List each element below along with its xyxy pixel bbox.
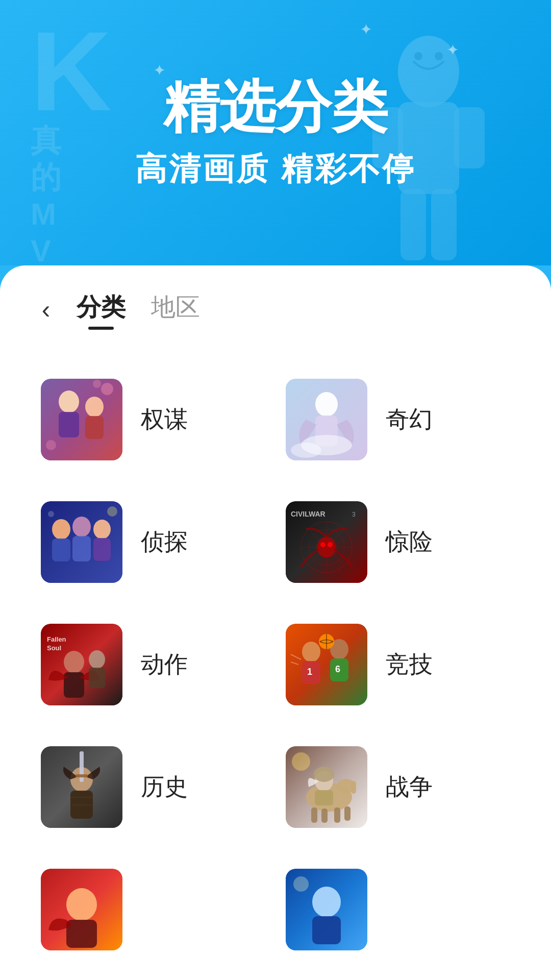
category-item-zhanzheng[interactable]: 战争 bbox=[276, 726, 520, 848]
category-label-quanmou: 权谋 bbox=[141, 404, 188, 435]
category-thumb-jingji: 1 6 bbox=[286, 624, 367, 705]
svg-rect-5 bbox=[431, 189, 457, 260]
hero-title: 精选分类 bbox=[163, 76, 388, 137]
category-item-bottom2[interactable] bbox=[276, 848, 520, 971]
svg-rect-72 bbox=[311, 807, 317, 823]
content-card: ‹ 分类 地区 bbox=[0, 265, 551, 980]
svg-point-6 bbox=[414, 52, 422, 60]
svg-point-20 bbox=[291, 443, 321, 458]
svg-point-51 bbox=[302, 642, 320, 662]
svg-point-13 bbox=[101, 383, 113, 395]
svg-point-41 bbox=[320, 542, 325, 547]
category-label-zhanzheng: 战争 bbox=[386, 771, 433, 803]
svg-rect-4 bbox=[400, 189, 426, 260]
category-label-lishi: 历史 bbox=[141, 771, 188, 803]
svg-point-17 bbox=[315, 392, 338, 416]
svg-rect-12 bbox=[85, 416, 104, 439]
svg-point-40 bbox=[317, 537, 336, 557]
svg-text:Fallen: Fallen bbox=[47, 635, 66, 643]
category-item-qihuan[interactable]: 奇幻 bbox=[276, 358, 520, 481]
svg-point-7 bbox=[435, 52, 443, 60]
svg-point-48 bbox=[89, 650, 105, 669]
category-thumb-quanmou bbox=[41, 379, 122, 460]
svg-rect-75 bbox=[344, 806, 350, 821]
bg-kanji: K bbox=[31, 15, 112, 128]
category-thumb-qihuan bbox=[286, 379, 367, 460]
category-label-zhentan: 侦探 bbox=[141, 526, 188, 558]
svg-point-29 bbox=[48, 511, 54, 517]
svg-point-79 bbox=[292, 752, 310, 771]
category-item-dongzuo[interactable]: Fallen Soul 动作 bbox=[31, 603, 276, 726]
svg-rect-25 bbox=[72, 536, 91, 561]
svg-rect-47 bbox=[64, 672, 84, 698]
svg-point-84 bbox=[312, 887, 341, 917]
bg-subtext: 真的MV bbox=[31, 122, 61, 265]
tab-category[interactable]: 分类 bbox=[77, 291, 126, 328]
category-item-zhentan[interactable]: 侦探 bbox=[31, 481, 276, 603]
svg-rect-23 bbox=[52, 538, 70, 561]
svg-point-15 bbox=[46, 440, 56, 450]
category-thumb-lishi bbox=[41, 746, 122, 828]
svg-rect-77 bbox=[315, 790, 333, 805]
svg-point-78 bbox=[314, 767, 334, 782]
category-thumb-zhentan bbox=[41, 501, 122, 583]
svg-point-46 bbox=[64, 651, 84, 673]
svg-point-86 bbox=[293, 876, 309, 892]
svg-point-24 bbox=[72, 517, 91, 537]
svg-point-9 bbox=[59, 390, 79, 413]
category-item-bottom1[interactable] bbox=[31, 848, 276, 971]
svg-rect-10 bbox=[59, 412, 79, 437]
category-label-jingxian: 惊险 bbox=[386, 526, 433, 558]
svg-rect-27 bbox=[93, 538, 111, 561]
svg-point-0 bbox=[398, 36, 459, 107]
svg-text:3: 3 bbox=[352, 511, 356, 518]
svg-point-26 bbox=[93, 520, 111, 539]
svg-rect-82 bbox=[66, 920, 97, 948]
svg-rect-85 bbox=[312, 916, 341, 944]
tab-group: 分类 地区 bbox=[77, 291, 200, 328]
svg-rect-49 bbox=[89, 668, 105, 688]
category-thumb-jingxian: CIVILWAR 3 bbox=[286, 501, 367, 583]
svg-rect-65 bbox=[76, 774, 88, 777]
svg-point-81 bbox=[66, 888, 97, 921]
svg-text:Soul: Soul bbox=[47, 644, 61, 652]
category-item-lishi[interactable]: 历史 bbox=[31, 726, 276, 848]
category-item-jingxian[interactable]: CIVILWAR 3 bbox=[276, 481, 520, 603]
category-item-quanmou[interactable]: 权谋 bbox=[31, 358, 276, 481]
category-grid: 权谋 bbox=[31, 358, 520, 971]
hero-section: K 真的MV ✦ ✦ ✦ 精选分类 高清画质 精彩不停 bbox=[0, 0, 551, 265]
category-thumb-zhanzheng bbox=[286, 746, 367, 828]
category-thumb-bottom2 bbox=[286, 869, 367, 950]
svg-text:CIVILWAR: CIVILWAR bbox=[291, 510, 325, 518]
svg-point-22 bbox=[52, 519, 70, 540]
svg-point-14 bbox=[93, 380, 101, 388]
svg-rect-3 bbox=[454, 107, 485, 168]
category-item-jingji[interactable]: 1 6 竞技 bbox=[276, 603, 520, 726]
tab-region[interactable]: 地区 bbox=[151, 291, 200, 328]
svg-text:6: 6 bbox=[335, 664, 340, 674]
svg-text:1: 1 bbox=[307, 667, 312, 677]
category-label-jingji: 竞技 bbox=[386, 649, 433, 680]
svg-point-42 bbox=[328, 542, 333, 547]
category-label-dongzuo: 动作 bbox=[141, 649, 188, 680]
hero-subtitle: 高清画质 精彩不停 bbox=[135, 148, 415, 190]
svg-rect-71 bbox=[351, 781, 356, 794]
svg-rect-73 bbox=[321, 808, 328, 823]
svg-point-28 bbox=[107, 506, 117, 517]
svg-rect-74 bbox=[334, 807, 340, 823]
svg-point-11 bbox=[85, 397, 104, 417]
category-thumb-bottom1 bbox=[41, 869, 122, 950]
card-header: ‹ 分类 地区 bbox=[31, 265, 520, 338]
category-label-qihuan: 奇幻 bbox=[386, 404, 433, 435]
back-button[interactable]: ‹ bbox=[31, 294, 61, 325]
category-thumb-dongzuo: Fallen Soul bbox=[41, 624, 122, 705]
